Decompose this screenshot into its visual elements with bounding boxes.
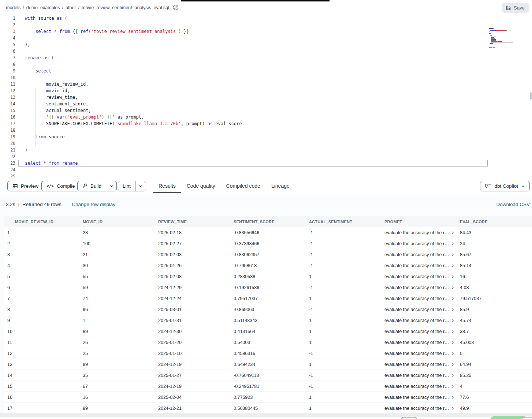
chevron-right-icon[interactable]	[451, 407, 454, 410]
breadcrumb-segment[interactable]: other	[66, 5, 76, 10]
prompt-value: evaluate the accuracy of the res…	[384, 340, 450, 345]
cutoff-button-left[interactable]	[401, 417, 417, 419]
cell-review_time: 2025-01-26	[155, 263, 230, 268]
rows-returned: Returned 49 rows.	[22, 202, 63, 207]
cell-sentiment_score: 0.775923	[230, 395, 306, 400]
code-line[interactable]: movie_review_id,	[25, 81, 242, 87]
summary-divider: |	[18, 202, 20, 207]
tab-results[interactable]: Results	[153, 177, 181, 195]
compile-button[interactable]: </> Compile	[41, 181, 80, 191]
action-toolbar: Preview </> Compile Build Lint ResultsCo…	[0, 177, 532, 195]
cutoff-button-right[interactable]	[521, 417, 532, 419]
cell-review_time: 2024-12-21	[155, 406, 230, 411]
cell-movie_id: 35	[79, 373, 155, 378]
code-line[interactable]	[25, 74, 242, 81]
prompt-value: evaluate the accuracy of the res…	[384, 263, 450, 268]
cell-actual_sentiment: -1	[306, 285, 381, 290]
tab-compiled-code[interactable]: Compiled code	[221, 177, 266, 195]
code-line[interactable]: '{{ var("eval_prompt") }}' as prompt,	[25, 114, 242, 120]
chevron-right-icon[interactable]	[451, 242, 454, 246]
code-line[interactable]	[25, 127, 242, 134]
prompt-value: evaluate the accuracy of the res…	[384, 252, 450, 257]
code-line[interactable]: sentiment_score,	[25, 101, 242, 107]
code-line[interactable]: rename as (	[25, 55, 242, 61]
chevron-right-icon[interactable]	[451, 297, 454, 300]
cell-movie_id: 21	[79, 252, 155, 257]
build-button[interactable]: Build	[78, 181, 106, 191]
chevron-right-icon[interactable]	[451, 341, 454, 344]
save-button[interactable]: Save	[502, 3, 529, 13]
chevron-right-icon[interactable]	[451, 231, 454, 235]
table-row: 15672024-12-19-0.24951781-1evaluate the …	[4, 381, 532, 392]
breadcrumb-segment[interactable]: demo_examples	[26, 5, 60, 10]
preview-button[interactable]: Preview	[7, 181, 44, 191]
code-line[interactable]: ),	[25, 41, 242, 48]
minimap[interactable]	[489, 28, 525, 50]
code-line[interactable]: select * from rename	[25, 160, 242, 167]
prompt-value: evaluate the accuracy of the res…	[384, 318, 450, 323]
tab-code-quality[interactable]: Code quality	[181, 177, 221, 195]
cell-eval_score: 38.7	[457, 329, 532, 334]
code-line[interactable]: )	[25, 147, 242, 153]
cell-prompt: evaluate the accuracy of the res…	[381, 373, 457, 378]
code-line[interactable]	[25, 140, 242, 147]
cell-movie_id: 99	[79, 406, 155, 411]
code-line[interactable]: review_time,	[25, 94, 242, 101]
chevron-right-icon[interactable]	[451, 352, 454, 355]
code-line[interactable]: select	[25, 68, 242, 74]
cell-prompt: evaluate the accuracy of the res…	[381, 241, 457, 246]
editor-scrollbar-thumb[interactable]	[530, 92, 532, 100]
code-line[interactable]: SNOWFLAKE.CORTEX.COMPLETE('snowflake-lla…	[25, 120, 242, 127]
download-csv-link[interactable]: Download CSV	[496, 202, 530, 207]
line-number: 18	[0, 127, 15, 134]
breadcrumb-segment[interactable]: movie_review_sentiment_analysis_eval.sql	[82, 5, 169, 10]
breadcrumb-segment[interactable]: models	[6, 5, 21, 10]
cell-movie_review_id: 14	[4, 373, 79, 378]
code-line[interactable]	[25, 35, 242, 41]
cell-eval_score: 4	[457, 384, 532, 389]
code-line[interactable]: from source	[25, 134, 242, 140]
cell-review_time: 2025-02-27	[155, 241, 230, 246]
build-options-button[interactable]	[106, 181, 116, 191]
change-row-display-link[interactable]: Change row display	[72, 202, 115, 207]
table-row: 14352025-01-27-0.76049113-1evaluate the …	[4, 370, 532, 381]
tab-lineage[interactable]: Lineage	[266, 177, 295, 195]
chevron-right-icon[interactable]	[451, 385, 454, 388]
table-row: 11262025-01-200.540031evaluate the accur…	[4, 337, 532, 348]
lint-button[interactable]: Lint	[118, 181, 135, 191]
code-line[interactable]: actual_sentiment,	[25, 107, 242, 114]
chevron-right-icon[interactable]	[451, 374, 454, 377]
lint-options-button[interactable]	[135, 181, 146, 191]
horizontal-scrollbar[interactable]	[0, 414, 532, 417]
code-line[interactable]: select * from {{ ref('movie_review_senti…	[25, 28, 242, 35]
cell-movie_review_id: 12	[4, 351, 79, 356]
line-number: 20	[0, 140, 15, 147]
chevron-right-icon[interactable]	[451, 330, 454, 333]
code-line[interactable]	[25, 48, 242, 55]
code-line[interactable]	[25, 167, 242, 173]
chevron-right-icon[interactable]	[451, 363, 454, 366]
chevron-right-icon[interactable]	[451, 253, 454, 257]
code-line[interactable]: movie_id,	[25, 87, 242, 94]
code-line[interactable]	[25, 61, 242, 68]
cell-review_time: 2024-12-30	[155, 329, 230, 334]
cell-review_time: 2025-01-20	[155, 340, 230, 345]
code-lines[interactable]: with source as ( select * from {{ ref('m…	[25, 15, 242, 177]
chevron-right-icon[interactable]	[451, 275, 454, 278]
chevron-right-icon[interactable]	[451, 319, 454, 322]
edit-circle-icon[interactable]	[172, 4, 179, 11]
line-number: 25	[0, 173, 15, 177]
chevron-right-icon[interactable]	[451, 308, 454, 311]
code-line[interactable]	[25, 22, 242, 28]
code-line[interactable]	[25, 173, 242, 177]
dbt-copilot-button[interactable]: dbt Copilot	[480, 181, 530, 191]
chevron-right-icon[interactable]	[451, 396, 454, 399]
code-line[interactable]: with source as (	[25, 15, 242, 22]
code-line[interactable]	[25, 153, 242, 160]
query-summary: 3.2s | Returned 49 rows. Change row disp…	[6, 202, 115, 207]
code-editor[interactable]: 1234567891011121314151617181920212223242…	[0, 14, 532, 177]
table-body: 1282025-02-18-0.83556646-1evaluate the a…	[4, 227, 532, 414]
chevron-right-icon[interactable]	[451, 286, 454, 289]
line-number: 11	[0, 81, 15, 87]
chevron-right-icon[interactable]	[451, 264, 454, 268]
